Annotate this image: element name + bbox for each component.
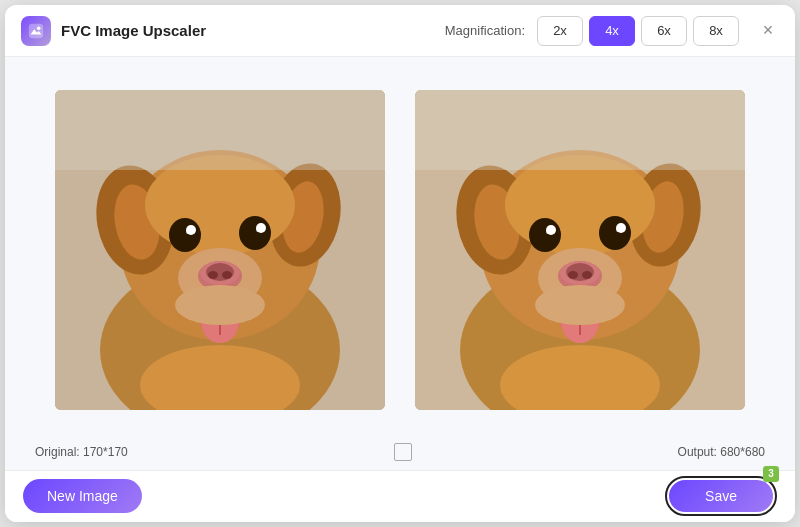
new-image-button[interactable]: New Image <box>23 479 142 513</box>
svg-point-25 <box>175 285 265 325</box>
svg-point-10 <box>169 218 201 252</box>
svg-point-40 <box>546 230 550 234</box>
close-button[interactable]: × <box>757 20 779 42</box>
mag-btn-2x[interactable]: 2x <box>537 16 583 46</box>
app-window: FVC Image Upscaler Magnification: 2x 4x … <box>5 5 795 522</box>
svg-point-51 <box>535 285 625 325</box>
svg-rect-53 <box>415 90 745 170</box>
mag-btn-8x[interactable]: 8x <box>693 16 739 46</box>
output-dog-image <box>415 90 745 410</box>
svg-point-37 <box>599 216 631 250</box>
save-label: Save <box>705 488 737 504</box>
original-dog-image <box>55 90 385 410</box>
app-logo <box>21 16 51 46</box>
mag-btn-4x[interactable]: 4x <box>589 16 635 46</box>
save-area: 3 Save <box>665 476 777 516</box>
save-badge: 3 <box>763 466 779 482</box>
magnification-buttons: 2x 4x 6x 8x <box>537 16 739 46</box>
original-image-panel <box>55 90 385 410</box>
mag-btn-6x[interactable]: 6x <box>641 16 687 46</box>
svg-rect-27 <box>55 90 385 170</box>
svg-point-20 <box>208 271 218 279</box>
titlebar: FVC Image Upscaler Magnification: 2x 4x … <box>5 5 795 57</box>
app-title: FVC Image Upscaler <box>61 22 206 39</box>
new-image-label: New Image <box>47 488 118 504</box>
save-button[interactable]: Save <box>669 480 773 512</box>
svg-point-14 <box>186 230 190 234</box>
output-size-label: Output: 680*680 <box>678 445 765 459</box>
svg-point-11 <box>239 216 271 250</box>
save-button-wrapper: Save <box>665 476 777 516</box>
output-image-panel <box>415 90 745 410</box>
svg-point-21 <box>222 271 232 279</box>
compare-icon <box>394 443 412 461</box>
original-size-label: Original: 170*170 <box>35 445 128 459</box>
magnification-label: Magnification: <box>445 23 525 38</box>
svg-point-41 <box>616 228 620 232</box>
svg-point-46 <box>568 271 578 279</box>
main-content <box>5 57 795 434</box>
svg-point-47 <box>582 271 592 279</box>
svg-point-36 <box>529 218 561 252</box>
svg-rect-0 <box>29 23 43 37</box>
svg-point-1 <box>37 26 41 30</box>
footer: New Image 3 Save <box>5 470 795 522</box>
info-bar: Original: 170*170 Output: 680*680 <box>5 434 795 470</box>
svg-point-15 <box>256 228 260 232</box>
